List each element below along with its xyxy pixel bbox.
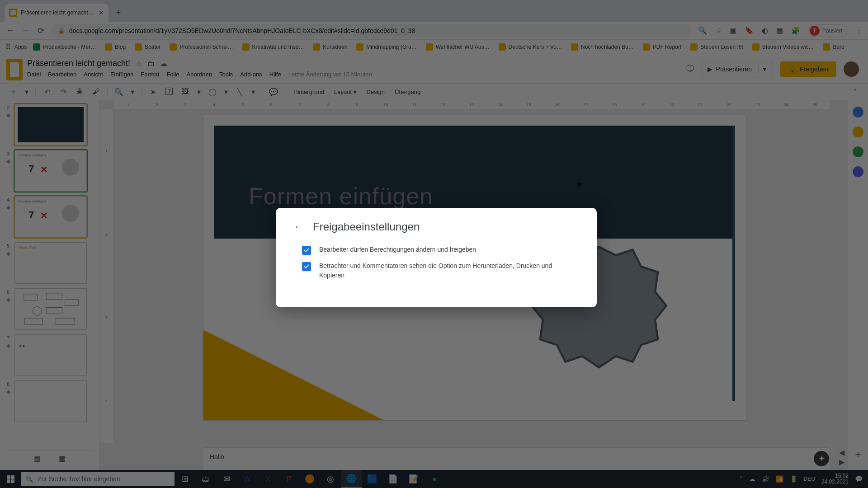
mouse-cursor: ➤ [576,179,583,189]
dialog-title: Freigabeeinstellungen [313,221,420,233]
checkbox-label: Bearbeiter dürfen Berechtigungen ändern … [319,245,476,254]
dialog-back-icon[interactable]: ← [294,221,304,233]
share-settings-dialog: ← Freigabeeinstellungen Bearbeiter dürfe… [276,208,597,307]
checkbox-editors-can-share[interactable] [302,246,311,255]
checkbox-label: Betrachter und Kommentatoren sehen die O… [319,261,579,280]
checkbox-viewers-can-download[interactable] [302,262,311,271]
